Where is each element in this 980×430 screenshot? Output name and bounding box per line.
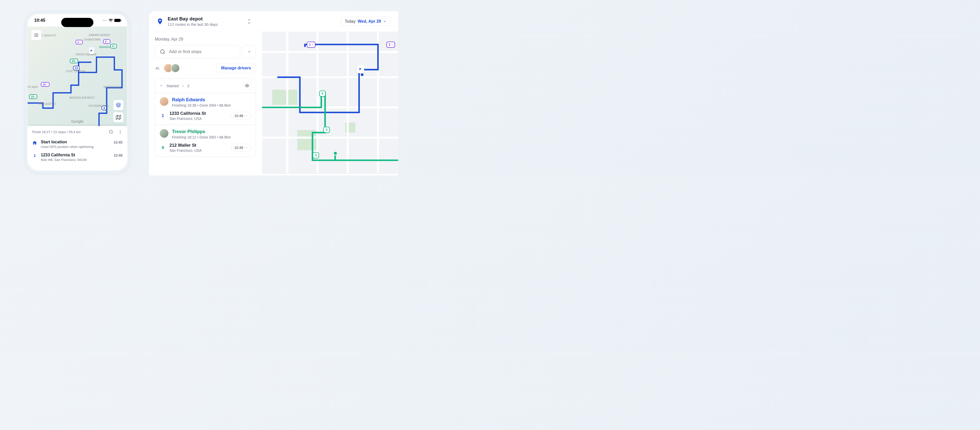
- avatar: [160, 97, 169, 106]
- battery-icon: [115, 19, 121, 22]
- driver-meta: Finishing 16:38 • Done 0/64 • 88.6km: [172, 103, 251, 107]
- svg-point-11: [120, 133, 121, 134]
- map-pin[interactable]: 1↑: [307, 41, 315, 48]
- day-label: Monday, Apr 29: [155, 37, 256, 41]
- current-position-dot: [333, 151, 338, 155]
- expand-button[interactable]: [243, 45, 256, 59]
- svg-point-7: [109, 130, 112, 133]
- driver-next-stop[interactable]: 4 212 Waller St San Francisco, USA 10:46: [160, 143, 251, 152]
- svg-point-26: [361, 73, 364, 76]
- stop-time-chip[interactable]: 10:46: [231, 144, 251, 151]
- stop-subtitle: San Francisco, USA: [169, 117, 228, 121]
- stop-title: 212 Waller St: [169, 143, 228, 148]
- depot-name: East Bay depot: [168, 16, 218, 22]
- map-stop-pin[interactable]: 23▪: [70, 59, 78, 63]
- chevron-down-icon: [247, 50, 251, 54]
- map-stop-pin[interactable]: 3▪: [110, 44, 117, 48]
- driver-name: Ralph Edwards: [172, 97, 251, 103]
- date-value: Wed, Apr 29: [358, 19, 381, 24]
- stop-subtitle: Used GPS position when optimizing: [41, 145, 110, 149]
- svg-point-12: [161, 50, 164, 54]
- route-summary: Finish 16:27 • 23 stops • 55,4 km: [32, 130, 81, 134]
- wifi-icon: [109, 19, 113, 22]
- stop-title: 1233 California St: [169, 111, 228, 116]
- stops-search-input[interactable]: [169, 49, 235, 54]
- section-header[interactable]: Started • 2: [155, 79, 256, 93]
- depot-switch-icon[interactable]: [247, 19, 251, 24]
- sheet-header: Finish 16:27 • 23 stops • 55,4 km: [27, 126, 127, 138]
- phone-mockup: 10:45 ••• EMBARCADERO CHINATOWN PACIFIC …: [24, 11, 130, 174]
- stop-number: 1: [160, 114, 166, 118]
- menu-icon: [34, 33, 39, 38]
- svg-point-9: [120, 130, 121, 131]
- stop-title: Start location: [41, 140, 110, 144]
- map-style-button[interactable]: [113, 112, 124, 122]
- layers-icon: [116, 103, 121, 108]
- people-icon: [155, 66, 160, 70]
- vehicle-icon: [360, 73, 364, 77]
- svg-point-10: [120, 132, 121, 132]
- visibility-toggle[interactable]: [243, 82, 251, 89]
- driver-block[interactable]: Trevor Philipps Finishing 18:12 • Done 3…: [155, 125, 256, 157]
- menu-button[interactable]: [31, 30, 41, 40]
- flag-pin[interactable]: [357, 65, 364, 73]
- map-controls: [113, 100, 124, 122]
- map-stop-pin[interactable]: 15▪: [29, 94, 37, 99]
- layers-button[interactable]: [113, 100, 124, 110]
- stop-item[interactable]: 1 1233 California St Nob Hill, San Franc…: [27, 151, 127, 164]
- map-pin[interactable]: 2↑: [387, 41, 395, 48]
- search-input-container[interactable]: [155, 45, 240, 59]
- map-roads: [262, 32, 398, 173]
- map-stop-pin[interactable]: 1↑: [76, 40, 83, 44]
- flag-icon: [90, 49, 93, 52]
- svg-line-8: [112, 133, 113, 133]
- map-label: MISSION BAY: [103, 86, 121, 89]
- map-pin[interactable]: 4: [323, 127, 330, 133]
- manage-drivers-button[interactable]: Manage drivers: [216, 63, 256, 73]
- date-picker[interactable]: Today Wed, Apr 29: [341, 17, 390, 26]
- phone-map[interactable]: EMBARCADERO CHINATOWN PACIFIC HEIGHTS UN…: [27, 27, 127, 126]
- bottom-sheet[interactable]: Finish 16:27 • 23 stops • 55,4 km Start …: [27, 126, 127, 170]
- status-icons: •••: [103, 18, 121, 22]
- driver-name: Trevor Philipps: [172, 129, 251, 135]
- home-icon: [32, 140, 37, 145]
- map-label: THE CASTRO: [38, 103, 56, 105]
- map-stop-pin[interactable]: 4: [102, 106, 107, 110]
- desktop-map[interactable]: 1↑ 2↑ 5 4 3: [262, 32, 398, 174]
- google-logo: Google: [71, 119, 83, 124]
- stop-time-chip[interactable]: 10:48: [231, 112, 251, 120]
- location-pin-icon: [156, 17, 164, 26]
- desktop-panel: East Bay depot 112 routes in the last 30…: [148, 11, 398, 176]
- desktop-sidebar: Monday, Apr 29 Manage dri: [149, 32, 262, 174]
- start-location-item[interactable]: Start location Used GPS position when op…: [27, 138, 127, 151]
- flag-pin[interactable]: [89, 48, 94, 54]
- more-icon[interactable]: [118, 130, 123, 134]
- driver-block[interactable]: Ralph Edwards Finishing 16:38 • Done 0/6…: [155, 93, 256, 125]
- map-pin[interactable]: 5: [319, 90, 326, 97]
- svg-marker-3: [116, 103, 121, 105]
- stop-number: 4: [160, 145, 166, 150]
- section-count: 2: [187, 84, 189, 88]
- driver-next-stop[interactable]: 1 1233 California St San Francisco, USA …: [160, 111, 251, 121]
- stop-number: 1: [32, 153, 37, 158]
- map-stop-pin[interactable]: 2↑: [103, 39, 110, 44]
- avatar: [160, 129, 169, 138]
- map-stop-pin[interactable]: 13: [73, 66, 80, 70]
- driver-avatars: [164, 63, 180, 73]
- flag-icon: [359, 67, 363, 71]
- cell-dots-icon: •••: [103, 18, 107, 22]
- map-pin[interactable]: 3: [313, 152, 319, 159]
- chevron-down-icon: [245, 146, 248, 149]
- map-label: EMBARCADERO: [89, 34, 110, 36]
- date-label: Today: [345, 19, 356, 24]
- desktop-header: East Bay depot 112 routes in the last 30…: [149, 11, 398, 32]
- svg-marker-4: [116, 115, 121, 120]
- stop-time: 10:45: [114, 140, 123, 144]
- avatar[interactable]: [171, 63, 180, 73]
- search-icon[interactable]: [109, 130, 113, 134]
- stop-subtitle: Nob Hill, San Francisco, 94109: [41, 158, 110, 162]
- chevron-down-icon: [245, 114, 248, 117]
- map-stop-pin[interactable]: 14↑: [41, 82, 49, 87]
- depot-selector[interactable]: East Bay depot 112 routes in the last 30…: [156, 16, 251, 27]
- search-icon: [160, 49, 165, 55]
